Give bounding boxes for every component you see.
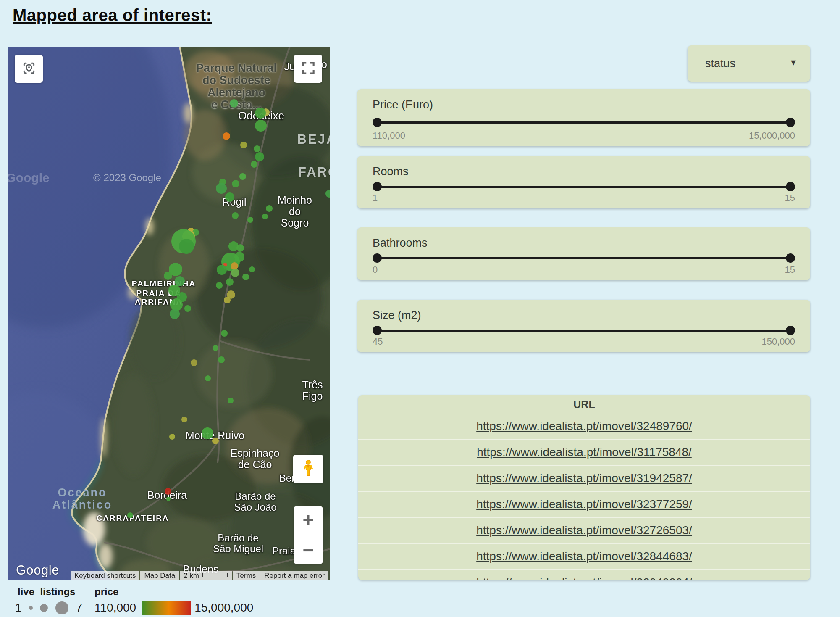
price-slider[interactable] — [373, 117, 795, 128]
listing-marker[interactable] — [225, 192, 234, 202]
price-slider-label: Price (Euro) — [373, 98, 433, 111]
listing-marker[interactable] — [326, 190, 330, 198]
price-min-value: 110,000 — [373, 130, 405, 141]
listing-link[interactable]: https://www.idealista.pt/imovel/31175848… — [477, 446, 692, 459]
price-max-handle[interactable] — [786, 118, 795, 127]
table-row: https://www.idealista.pt/imovel/32377259… — [358, 491, 810, 517]
terms-link[interactable]: Terms — [233, 571, 260, 580]
rooms-slider-label: Rooms — [373, 165, 409, 178]
listing-marker[interactable] — [255, 120, 267, 132]
size-legend-dot-large — [55, 601, 68, 614]
listing-marker[interactable] — [254, 145, 260, 152]
report-map-error-link[interactable]: Report a map error — [260, 571, 328, 580]
listing-marker[interactable] — [251, 161, 257, 168]
rooms-slider[interactable] — [373, 181, 795, 192]
fullscreen-button[interactable] — [294, 55, 322, 83]
chevron-down-icon: ▾ — [791, 56, 796, 68]
listing-marker[interactable] — [249, 266, 255, 272]
bathrooms-slider[interactable] — [373, 253, 795, 264]
map-legend: live_listings 1 7 price 110,000 15,000,0… — [0, 585, 336, 617]
size-legend-row: 1 7 — [15, 599, 82, 616]
listing-marker[interactable] — [127, 512, 133, 518]
listing-marker[interactable] — [240, 142, 247, 148]
listing-marker[interactable] — [184, 305, 191, 312]
listing-link[interactable]: https://www.idealista.pt/imovel/32489760… — [476, 419, 692, 433]
listing-marker[interactable] — [179, 239, 194, 254]
listing-marker[interactable] — [169, 434, 175, 440]
url-column-header: URL — [358, 395, 810, 414]
map-scale: 2 km — [180, 571, 232, 580]
map-canvas[interactable]: Parque Natural do Sudoeste Alentejano e … — [8, 47, 330, 580]
size-min-value: 45 — [373, 336, 383, 347]
map-data-button[interactable]: Map Data — [140, 571, 179, 580]
listing-marker[interactable] — [232, 180, 239, 187]
zoom-out-button[interactable]: − — [294, 537, 323, 564]
rooms-min-handle[interactable] — [373, 182, 382, 191]
status-dropdown-label: status — [705, 57, 735, 70]
size-legend-dot-small — [29, 606, 33, 610]
size-legend-dot-medium — [40, 604, 48, 612]
price-gradient-bar — [142, 601, 191, 615]
listing-marker[interactable] — [255, 108, 266, 119]
size-legend-min: 1 — [15, 601, 22, 614]
price-legend-row: 110,000 15,000,000 — [94, 599, 253, 616]
listing-marker[interactable] — [202, 427, 213, 439]
listing-marker[interactable] — [236, 244, 244, 252]
listing-marker[interactable] — [230, 99, 238, 108]
bathrooms-max-handle[interactable] — [786, 253, 795, 263]
size-slider[interactable] — [373, 325, 795, 336]
listing-marker[interactable] — [262, 214, 268, 219]
listing-marker[interactable] — [242, 274, 249, 280]
listing-marker[interactable] — [231, 269, 239, 277]
keyboard-shortcuts-button[interactable]: Keyboard shortcuts — [71, 571, 139, 580]
listing-link[interactable]: https://www.idealista.pt/imovel/31942587… — [476, 472, 692, 485]
listing-link[interactable]: https://www.idealista.pt/imovel/32377259… — [476, 498, 692, 511]
listing-marker[interactable] — [232, 212, 239, 219]
size-max-handle[interactable] — [786, 326, 795, 335]
listing-marker[interactable] — [255, 152, 264, 161]
rooms-max-handle[interactable] — [786, 182, 795, 191]
listing-marker[interactable] — [218, 356, 225, 363]
listing-marker[interactable] — [239, 173, 246, 180]
table-row: https://www.idealista.pt/imovel/31942587… — [358, 465, 810, 491]
zoom-in-button[interactable]: + — [294, 506, 323, 533]
listing-marker[interactable] — [226, 278, 234, 286]
listing-marker[interactable] — [217, 265, 227, 275]
listing-marker[interactable] — [223, 132, 230, 140]
listing-marker[interactable] — [205, 375, 211, 381]
listing-marker[interactable] — [181, 417, 187, 422]
price-min-handle[interactable] — [373, 118, 382, 127]
slider-track — [377, 186, 791, 188]
listing-marker[interactable] — [170, 309, 180, 319]
listing-marker[interactable] — [212, 438, 219, 444]
listing-marker[interactable] — [247, 217, 253, 223]
map-scale-label: 2 km — [184, 572, 199, 580]
listing-link[interactable]: https://www.idealista.pt/imovel/32049204… — [476, 576, 692, 580]
table-row: https://www.idealista.pt/imovel/32049204… — [358, 569, 810, 580]
bathrooms-min-handle[interactable] — [373, 253, 382, 263]
size-slider-label: Size (m2) — [373, 309, 421, 322]
listing-marker[interactable] — [266, 205, 273, 212]
listing-marker[interactable] — [164, 272, 172, 280]
size-min-handle[interactable] — [373, 326, 382, 335]
status-dropdown[interactable]: status ▾ — [688, 45, 810, 82]
listing-marker[interactable] — [166, 497, 171, 501]
price-legend-title: price — [94, 586, 118, 598]
listing-marker[interactable] — [216, 282, 223, 289]
table-row: https://www.idealista.pt/imovel/31175848… — [358, 439, 810, 465]
listing-marker[interactable] — [224, 297, 231, 303]
listing-marker[interactable] — [213, 345, 218, 351]
listing-marker[interactable] — [165, 488, 171, 495]
pegman-button[interactable] — [293, 455, 323, 483]
listing-marker[interactable] — [216, 183, 227, 194]
listing-marker[interactable] — [191, 359, 197, 366]
bathrooms-min-value: 0 — [373, 264, 378, 275]
zoom-divider — [299, 535, 318, 535]
listing-marker[interactable] — [221, 330, 228, 337]
fullscreen-icon — [300, 60, 316, 78]
listing-link[interactable]: https://www.idealista.pt/imovel/32726503… — [476, 524, 692, 537]
listing-marker[interactable] — [228, 398, 234, 403]
listing-link[interactable]: https://www.idealista.pt/imovel/32844683… — [476, 550, 692, 563]
select-area-button[interactable] — [15, 55, 43, 83]
pegman-icon — [299, 459, 317, 480]
